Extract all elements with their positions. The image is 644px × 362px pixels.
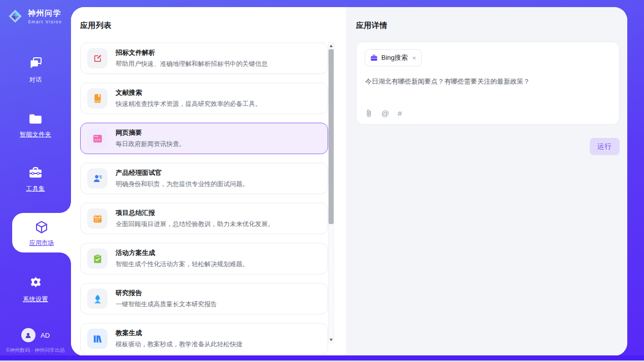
app-card-desc: 模板驱动，教案秒成，教学准备从此轻松快捷 bbox=[116, 340, 242, 349]
app-card-desc: 一键智能生成高质量长文本研究报告 bbox=[116, 300, 217, 309]
app-card-text: 招标文件解析 帮助用户快速、准确地理解和解析招标书中的关键信息 bbox=[116, 48, 268, 68]
user-profile[interactable]: AD bbox=[0, 328, 71, 342]
app-list-panel: 应用列表 招标文件解析 帮助用户快速、准确地理解和解析招标书中的关键信息 bbox=[71, 7, 346, 356]
ink-pen-icon bbox=[92, 294, 103, 304]
sidebar-item-smart-folder[interactable]: 智能文件夹 bbox=[0, 113, 71, 139]
sidebar: 神州问学 Smart Vision 对话 智能文件夹 工具集 bbox=[0, 0, 71, 355]
bottom-accent-bar bbox=[0, 355, 644, 360]
logo-title: 神州问学 bbox=[28, 9, 62, 18]
gear-icon bbox=[29, 276, 43, 289]
app-card-event-plan[interactable]: 活动方案生成 智能生成个性化活动方案，轻松解决规划难题。 bbox=[80, 243, 328, 274]
app-card-title: 活动方案生成 bbox=[116, 248, 249, 258]
sidebar-item-label: 应用市场 bbox=[12, 239, 71, 247]
app-card-title: 研究报告 bbox=[116, 288, 217, 298]
logo-subtitle: Smart Vision bbox=[28, 19, 62, 24]
app-card-text: 网页摘要 每日政府新闻资讯快查。 bbox=[116, 128, 186, 149]
sidebar-item-label: 智能文件夹 bbox=[0, 130, 71, 139]
app-card-desc: 全面回顾项目进展，总结经验教训，助力未来优化发展。 bbox=[116, 220, 274, 229]
app-detail-title: 应用详情 bbox=[356, 21, 387, 30]
app-card-title: 招标文件解析 bbox=[116, 48, 268, 57]
at-icon[interactable]: @ bbox=[381, 109, 389, 118]
sidebar-item-label: 系统设置 bbox=[0, 295, 71, 304]
app-card-bid-parse[interactable]: 招标文件解析 帮助用户快速、准确地理解和解析招标书中的关键信息 bbox=[80, 43, 328, 74]
edit-document-icon bbox=[92, 53, 103, 64]
app-card-desc: 每日政府新闻资讯快查。 bbox=[116, 140, 186, 149]
app-card-web-summary[interactable]: </> 网页摘要 每日政府新闻资讯快查。 bbox=[80, 123, 328, 154]
hash-icon[interactable]: # bbox=[398, 109, 402, 118]
run-button[interactable]: 运行 bbox=[590, 138, 620, 155]
svg-text:</>: </> bbox=[94, 137, 100, 141]
tool-tag-label: Bing搜索 bbox=[381, 53, 408, 62]
sidebar-item-label: 工具集 bbox=[0, 185, 71, 193]
book-icon bbox=[92, 93, 103, 104]
folder-icon bbox=[28, 113, 43, 125]
app-card-desc: 智能生成个性化活动方案，轻松解决规划难题。 bbox=[116, 260, 249, 269]
chat-icon bbox=[28, 57, 43, 70]
cube-icon bbox=[34, 220, 49, 234]
app-icon-tile bbox=[87, 329, 108, 349]
sidebar-item-toolset[interactable]: 工具集 bbox=[0, 167, 71, 193]
app-list-scrollbar[interactable] bbox=[328, 42, 334, 343]
app-card-title: 项目总结汇报 bbox=[116, 208, 274, 218]
logo-text: 神州问学 Smart Vision bbox=[28, 9, 62, 24]
browser-code-icon: </> bbox=[92, 133, 103, 144]
scrollbar-up-arrow-icon[interactable] bbox=[329, 43, 334, 49]
sidebar-item-app-market[interactable]: 应用市场 bbox=[12, 213, 71, 252]
books-icon bbox=[92, 334, 103, 344]
app-card-research-report[interactable]: 研究报告 一键智能生成高质量长文本研究报告 bbox=[80, 283, 328, 314]
app-card-text: 教案生成 模板驱动，教案秒成，教学准备从此轻松快捷 bbox=[116, 329, 242, 349]
app-card-desc: 帮助用户快速、准确地理解和解析招标书中的关键信息 bbox=[116, 60, 268, 68]
scrollbar-down-arrow-icon[interactable] bbox=[329, 337, 334, 343]
interviewer-icon bbox=[92, 173, 103, 184]
app-list-title: 应用列表 bbox=[80, 21, 112, 30]
toolbox-icon bbox=[28, 167, 43, 179]
diamond-logo-icon bbox=[7, 8, 24, 25]
prompt-text[interactable]: 今日湖北有哪些新闻要点？有哪些需要关注的最新政策？ bbox=[365, 77, 611, 87]
app-icon-tile bbox=[87, 248, 108, 269]
app-card-text: 项目总结汇报 全面回顾项目进展，总结经验教训，助力未来优化发展。 bbox=[116, 208, 274, 229]
sidebar-item-settings[interactable]: 系统设置 bbox=[0, 276, 71, 304]
app-icon-tile bbox=[87, 208, 108, 229]
app-card-text: 产品经理面试官 明确身份和职责，为您提供专业性的面试问题。 bbox=[116, 168, 249, 189]
app-card-project-summary[interactable]: 项目总结汇报 全面回顾项目进展，总结经验教训，助力未来优化发展。 bbox=[80, 203, 328, 234]
avatar bbox=[21, 328, 35, 342]
app-icon-tile bbox=[87, 48, 108, 68]
app-card-lesson-plan[interactable]: 教案生成 模板驱动，教案秒成，教学准备从此轻松快捷 bbox=[80, 323, 328, 354]
sidebar-item-chat[interactable]: 对话 bbox=[0, 57, 71, 84]
app-card-title: 教案生成 bbox=[116, 329, 242, 338]
sidebar-item-label: 对话 bbox=[0, 76, 71, 84]
tool-tag-bing-search[interactable]: Bing搜索 × bbox=[365, 49, 422, 66]
sidebar-footer-credit: ©神州数码 · 神州问学出品 bbox=[0, 347, 71, 354]
app-icon-tile: </> bbox=[87, 128, 108, 149]
app-icon-tile bbox=[87, 288, 108, 309]
app-logo: 神州问学 Smart Vision bbox=[7, 8, 62, 25]
calendar-icon bbox=[92, 213, 103, 224]
app-card-title: 网页摘要 bbox=[116, 128, 186, 137]
paperclip-icon[interactable] bbox=[365, 109, 373, 118]
tool-tag-close-icon[interactable]: × bbox=[412, 55, 416, 61]
briefcase-icon bbox=[370, 54, 378, 61]
main-panel: 应用列表 招标文件解析 帮助用户快速、准确地理解和解析招标书中的关键信息 bbox=[71, 7, 627, 356]
app-card-text: 研究报告 一键智能生成高质量长文本研究报告 bbox=[116, 288, 217, 309]
clipboard-check-icon bbox=[92, 254, 103, 264]
app-card-pm-interviewer[interactable]: 产品经理面试官 明确身份和职责，为您提供专业性的面试问题。 bbox=[80, 163, 328, 194]
person-icon bbox=[24, 332, 32, 339]
app-icon-tile bbox=[87, 168, 108, 189]
app-card-title: 文献搜索 bbox=[116, 88, 262, 97]
composer-icon-row: @ # bbox=[365, 109, 402, 118]
app-card-list: 招标文件解析 帮助用户快速、准确地理解和解析招标书中的关键信息 文献搜索 快速精… bbox=[80, 43, 328, 356]
scrollbar-thumb[interactable] bbox=[329, 49, 334, 224]
app-card-text: 活动方案生成 智能生成个性化活动方案，轻松解决规划难题。 bbox=[116, 248, 249, 269]
prompt-input-card[interactable]: Bing搜索 × 今日湖北有哪些新闻要点？有哪些需要关注的最新政策？ @ # bbox=[356, 42, 620, 125]
app-detail-panel: 应用详情 Bing搜索 × 今日湖北有哪些新闻要点？有哪些需要关注的最新政策？ … bbox=[346, 7, 627, 356]
app-card-desc: 明确身份和职责，为您提供专业性的面试问题。 bbox=[116, 180, 249, 189]
app-card-literature-search[interactable]: 文献搜索 快速精准查找学术资源，提高研究效率的必备工具。 bbox=[80, 83, 328, 114]
app-card-desc: 快速精准查找学术资源，提高研究效率的必备工具。 bbox=[116, 100, 262, 108]
app-icon-tile bbox=[87, 88, 108, 108]
app-card-text: 文献搜索 快速精准查找学术资源，提高研究效率的必备工具。 bbox=[116, 88, 262, 108]
user-name: AD bbox=[41, 332, 50, 339]
app-card-title: 产品经理面试官 bbox=[116, 168, 249, 177]
